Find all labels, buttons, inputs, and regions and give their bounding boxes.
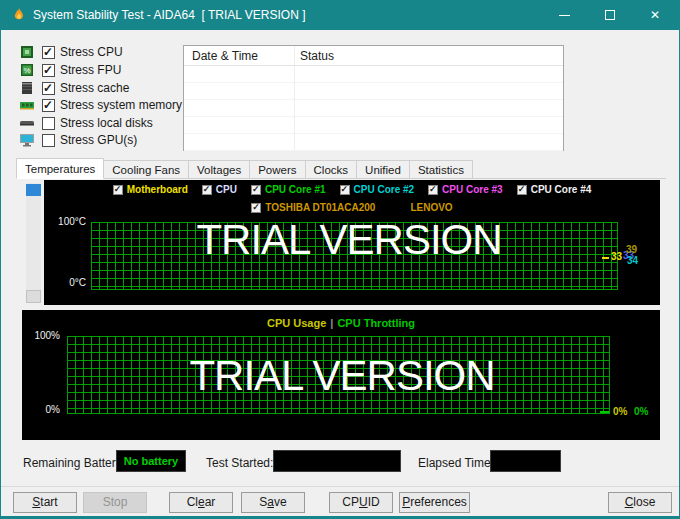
memory-icon [19,97,35,113]
graph-scrollbar[interactable] [26,183,41,303]
legend-cpu[interactable]: ✓CPU [202,184,237,195]
stress-option-cpu: ✓ Stress CPU [19,44,123,60]
table-row [184,83,563,100]
battery-label: Remaining Battery: [23,456,125,470]
stress-option-disks: ✓ Stress local disks [19,115,153,131]
usage-axis-max: 100% [24,330,60,341]
legend-checkbox[interactable]: ✓ [202,185,212,195]
button-separator [1,486,679,487]
gpu-icon [19,132,35,148]
stress-cache-checkbox[interactable]: ✓ [42,82,55,95]
event-log-table: Date & Time Status [183,45,564,151]
minimize-icon [559,15,570,16]
legend-checkbox[interactable]: ✓ [517,185,527,195]
tab-clocks[interactable]: Clocks [305,160,358,179]
temperature-graph: ✓Motherboard ✓CPU ✓CPU Core #1 ✓CPU Core… [44,180,660,305]
elapsed-time-label: Elapsed Time: [418,456,494,470]
legend-checkbox[interactable]: ✓ [113,185,123,195]
maximize-icon [605,10,615,20]
legend-checkbox[interactable]: ✓ [340,185,350,195]
stress-gpu-checkbox[interactable]: ✓ [42,134,55,147]
legend-cpu-core-3[interactable]: ✓CPU Core #3 [428,184,503,195]
fpu-icon: % [19,62,35,78]
legend-checkbox[interactable]: ✓ [428,185,438,195]
battery-value-box: No battery [116,450,186,472]
cpuid-button[interactable]: CPUID [329,492,393,513]
series-end-marker [602,257,609,259]
cpu-usage-graph: CPU Usage | CPU Throttling 100% 0% TRIAL… [22,310,660,440]
svg-text:%: % [23,66,30,75]
maximize-button[interactable] [587,0,633,30]
close-icon: ✕ [650,8,660,22]
tab-voltages[interactable]: Voltages [188,160,250,179]
battery-value: No battery [124,455,178,467]
stress-option-gpu: ✓ Stress GPU(s) [19,132,137,148]
tab-powers[interactable]: Powers [249,160,305,179]
legend-lenovo: LENOVO [410,202,452,213]
test-started-value-box [273,450,401,472]
tab-temperatures[interactable]: Temperatures [16,158,104,179]
table-row [184,134,563,151]
scrollbar-thumb[interactable] [26,184,41,196]
disk-icon [19,115,35,131]
stress-option-cache: ✓ Stress cache [19,80,129,96]
usage-axis-min: 0% [24,404,60,415]
preferences-button[interactable]: Preferences [399,492,470,513]
current-usage-value: 0% [613,406,627,417]
trial-watermark: TRIAL VERSION [187,352,497,400]
stress-memory-checkbox[interactable]: ✓ [42,99,55,112]
legend-checkbox[interactable]: ✓ [251,185,261,195]
scrollbar-button[interactable] [26,290,41,303]
table-header: Date & Time Status [184,46,563,66]
tab-divider [16,178,666,179]
minimize-button[interactable] [541,0,587,30]
clear-button[interactable]: Clear [169,492,233,513]
stop-button[interactable]: Stop [83,492,147,513]
table-row [184,100,563,117]
window-title: System Stability Test - AIDA64 [ TRIAL V… [33,8,306,22]
trial-watermark: TRIAL VERSION [194,216,504,264]
usage-legend: CPU Usage | CPU Throttling [22,317,660,329]
legend-checkbox[interactable]: ✓ [251,203,261,213]
cpu-icon [19,44,35,60]
start-button[interactable]: Start [13,492,77,513]
series-end-marker [600,411,609,413]
save-button[interactable]: Save [241,492,305,513]
tab-unified[interactable]: Unified [356,160,410,179]
stress-option-label: Stress FPU [60,63,121,77]
stress-option-label: Stress cache [60,81,129,95]
current-throttle-value: 0% [634,406,648,417]
current-temp-value: 33 [611,251,622,262]
stress-option-memory: ✓ Stress system memory [19,97,182,113]
stress-option-label: Stress CPU [60,45,123,59]
legend-cpu-core-1[interactable]: ✓CPU Core #1 [251,184,326,195]
temp-legend-row-2: ✓TOSHIBA DT01ACA200 LENOVO [44,202,660,213]
close-button[interactable]: Close [608,492,672,513]
titlebar: System Stability Test - AIDA64 [ TRIAL V… [1,0,679,30]
stress-fpu-checkbox[interactable]: ✓ [42,64,55,77]
column-header-status[interactable]: Status [300,49,334,63]
elapsed-time-value-box [490,450,561,472]
stress-disks-checkbox[interactable]: ✓ [42,117,55,130]
stress-cpu-checkbox[interactable]: ✓ [42,46,55,59]
cache-icon [19,80,35,96]
tab-cooling-fans[interactable]: Cooling Fans [103,160,189,179]
aida64-flame-icon [11,7,27,23]
stress-option-label: Stress system memory [60,98,182,112]
close-window-button[interactable]: ✕ [633,0,679,30]
legend-cpu-core-2[interactable]: ✓CPU Core #2 [340,184,415,195]
legend-toshiba-disk[interactable]: ✓TOSHIBA DT01ACA200 [251,202,375,213]
table-row [184,117,563,134]
graph-tabs: Temperatures Cooling Fans Voltages Power… [16,158,472,179]
legend-motherboard[interactable]: ✓Motherboard [113,184,188,195]
temp-axis-min: 0°C [48,277,86,288]
legend-cpu-throttling: CPU Throttling [337,317,415,329]
temp-legend-row-1: ✓Motherboard ✓CPU ✓CPU Core #1 ✓CPU Core… [44,184,660,195]
current-temp-value: 39 [626,244,637,255]
temp-axis-max: 100°C [48,216,86,227]
tab-statistics[interactable]: Statistics [409,160,473,179]
column-header-datetime[interactable]: Date & Time [192,49,258,63]
legend-cpu-usage: CPU Usage [267,317,326,329]
stress-option-label: Stress GPU(s) [60,133,137,147]
legend-cpu-core-4[interactable]: ✓CPU Core #4 [517,184,592,195]
